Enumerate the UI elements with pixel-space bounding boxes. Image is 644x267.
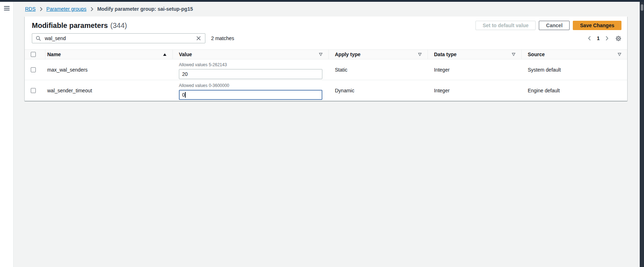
column-header-name[interactable]: Name	[45, 50, 173, 59]
row-checkbox[interactable]	[31, 67, 36, 72]
scrollbar-thumb[interactable]	[641, 4, 643, 11]
data-type-value: Integer	[428, 59, 522, 80]
cancel-button[interactable]: Cancel	[539, 21, 570, 30]
allowed-values-hint: Allowed values 0-3600000	[179, 83, 229, 88]
sort-ascending-icon[interactable]	[163, 53, 167, 56]
page-title: Modifiable parameters	[32, 21, 108, 30]
set-to-default-button[interactable]: Set to default value	[475, 21, 536, 30]
parameter-name: wal_sender_timeout	[45, 80, 173, 101]
chevron-left-icon[interactable]	[587, 35, 592, 42]
parameter-name: max_wal_senders	[45, 59, 173, 80]
filter-icon[interactable]	[512, 53, 516, 56]
chevron-right-icon[interactable]	[605, 35, 609, 42]
page-number[interactable]: 1	[595, 35, 601, 41]
chevron-right-icon	[91, 7, 93, 11]
scrollbar[interactable]	[639, 2, 644, 267]
source-value: Engine default	[522, 80, 627, 101]
filter-icon[interactable]	[319, 53, 323, 56]
clear-search-icon[interactable]	[196, 35, 201, 41]
table-toolbar: 2 matches 1	[25, 30, 627, 43]
apply-type-value: Static	[329, 59, 428, 80]
left-rail	[0, 2, 14, 267]
search-icon	[36, 36, 41, 41]
breadcrumb: RDS Parameter groups Modify parameter gr…	[25, 6, 193, 12]
hamburger-menu-icon[interactable]	[4, 5, 10, 11]
select-all-checkbox[interactable]	[31, 52, 36, 57]
text-caret	[185, 92, 186, 98]
filter-parameters-searchbox[interactable]	[32, 33, 205, 43]
table-row: max_wal_senders Allowed values 5-262143 …	[25, 59, 627, 80]
action-buttons: Set to default value Cancel Save Changes	[475, 21, 621, 30]
table-header-row: Name Value Apply type Data type	[25, 50, 627, 59]
top-nav-edge	[0, 0, 644, 2]
breadcrumb-link-parameter-groups[interactable]: Parameter groups	[47, 6, 87, 12]
gear-icon[interactable]	[615, 35, 621, 42]
modifiable-parameters-panel: Modifiable parameters (344) Set to defau…	[25, 16, 627, 101]
parameter-value-input[interactable]	[179, 90, 322, 100]
parameter-count: (344)	[110, 21, 127, 30]
search-input[interactable]	[44, 35, 196, 42]
apply-type-value: Dynamic	[329, 80, 428, 101]
column-header-apply-type[interactable]: Apply type	[329, 50, 428, 59]
filter-icon[interactable]	[618, 53, 621, 56]
chevron-right-icon	[40, 7, 43, 11]
column-header-data-type[interactable]: Data type	[428, 50, 522, 59]
row-checkbox[interactable]	[31, 88, 36, 93]
parameters-table: Name Value Apply type Data type	[25, 49, 627, 101]
panel-header: Modifiable parameters (344) Set to defau…	[25, 16, 627, 30]
match-count: 2 matches	[211, 35, 234, 41]
data-type-value: Integer	[428, 80, 522, 101]
select-all-cell	[25, 50, 45, 59]
breadcrumb-link-rds[interactable]: RDS	[25, 6, 36, 12]
source-value: System default	[522, 59, 627, 80]
save-changes-button[interactable]: Save Changes	[573, 21, 621, 30]
column-header-value[interactable]: Value	[173, 50, 329, 59]
table-row: wal_sender_timeout Allowed values 0-3600…	[25, 80, 627, 101]
parameter-value-input[interactable]	[179, 69, 322, 79]
allowed-values-hint: Allowed values 5-262143	[179, 62, 227, 67]
breadcrumb-current: Modify parameter group: sai-setup-pg15	[97, 6, 193, 12]
pagination: 1	[587, 35, 621, 42]
column-header-source[interactable]: Source	[522, 50, 627, 59]
filter-icon[interactable]	[418, 53, 422, 56]
